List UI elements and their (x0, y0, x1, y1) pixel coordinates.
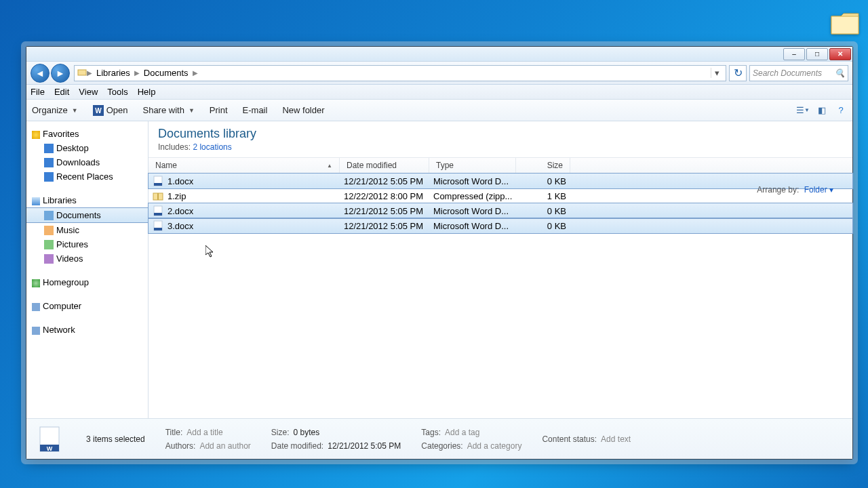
arrange-by-dropdown[interactable]: Folder ▾ (804, 185, 833, 195)
search-placeholder: Search Documents (753, 68, 822, 78)
preview-pane-button[interactable]: ◧ (816, 104, 828, 117)
menu-view[interactable]: View (79, 87, 98, 97)
svg-rect-6 (157, 193, 159, 200)
column-size[interactable]: Size (516, 158, 570, 173)
sidebar-item-music[interactable]: Music (26, 223, 148, 237)
maximize-button[interactable]: □ (806, 48, 828, 60)
address-dropdown[interactable]: ▾ (711, 68, 723, 78)
help-button[interactable]: ? (835, 104, 847, 117)
share-with-button[interactable]: Share with▼ (142, 105, 194, 115)
zip-icon (153, 190, 163, 201)
search-input[interactable]: Search Documents 🔍 (749, 65, 848, 81)
file-type: Microsoft Word D... (429, 221, 516, 231)
sidebar-favorites[interactable]: Favorites (26, 127, 148, 141)
selection-status: 3 items selected (86, 434, 145, 444)
svg-rect-8 (154, 213, 162, 216)
explorer-window: – □ ✕ ◄ ► ▶ Libraries ▶ Documents ▶ ▾ ↻ … (26, 46, 853, 460)
chevron-right-icon[interactable]: ▶ (134, 69, 140, 77)
open-button[interactable]: W Open (93, 105, 128, 116)
file-row[interactable]: 1.docx12/21/2012 5:05 PMMicrosoft Word D… (149, 174, 852, 188)
details-tags-value[interactable]: Add a tag (445, 428, 479, 437)
details-authors-value[interactable]: Add an author (199, 441, 250, 451)
docx-icon (153, 205, 163, 216)
address-bar[interactable]: ▶ Libraries ▶ Documents ▶ ▾ (74, 65, 726, 81)
nav-toolbar: ◄ ► ▶ Libraries ▶ Documents ▶ ▾ ↻ Search… (26, 62, 852, 85)
includes-link[interactable]: 2 locations (193, 142, 231, 152)
file-date: 12/21/2012 5:05 PM (340, 206, 429, 216)
breadcrumb-libraries[interactable]: Libraries (92, 68, 134, 78)
sidebar-network[interactable]: Network (26, 323, 148, 337)
svg-text:W: W (47, 445, 53, 452)
sidebar-computer[interactable]: Computer (26, 299, 148, 313)
menu-help[interactable]: Help (138, 87, 156, 97)
print-button[interactable]: Print (210, 105, 228, 115)
chevron-right-icon[interactable]: ▶ (87, 69, 92, 77)
file-row[interactable]: 3.docx12/21/2012 5:05 PMMicrosoft Word D… (149, 218, 852, 233)
desktop-folder-icon[interactable] (829, 7, 861, 39)
includes-label: Includes: (158, 142, 191, 152)
minimize-button[interactable]: – (783, 48, 805, 60)
details-title-label: Title: (165, 428, 183, 437)
details-tags-label: Tags: (421, 428, 441, 437)
sidebar-item-documents[interactable]: Documents (26, 207, 148, 223)
svg-rect-4 (154, 183, 162, 186)
file-name: 1.zip (167, 191, 340, 201)
menu-file[interactable]: File (31, 87, 45, 97)
svg-rect-10 (154, 228, 162, 230)
content-pane: Documents library Includes: 2 locations … (149, 121, 852, 418)
file-size: 0 KB (516, 176, 566, 186)
column-type[interactable]: Type (429, 158, 516, 173)
details-datemod-label: Date modified: (271, 441, 323, 451)
breadcrumb-documents[interactable]: Documents (140, 68, 193, 78)
navigation-pane: Favorites Desktop Downloads Recent Place… (26, 121, 149, 418)
sidebar-item-downloads[interactable]: Downloads (26, 155, 148, 169)
column-name[interactable]: Name▲ (149, 158, 340, 173)
sidebar-item-recent-places[interactable]: Recent Places (26, 169, 148, 184)
file-date: 12/21/2012 5:05 PM (340, 221, 429, 231)
arrange-by: Arrange by: Folder ▾ (757, 185, 833, 195)
view-options-button[interactable]: ☰▼ (797, 104, 809, 117)
sidebar-item-pictures[interactable]: Pictures (26, 237, 148, 251)
file-type: Compressed (zipp... (429, 191, 516, 201)
file-type: Microsoft Word D... (429, 206, 516, 216)
file-name: 1.docx (167, 176, 340, 186)
details-thumbnail: W (36, 424, 66, 454)
back-button[interactable]: ◄ (31, 64, 50, 83)
sidebar-item-desktop[interactable]: Desktop (26, 141, 148, 155)
file-name: 3.docx (167, 221, 340, 231)
docx-icon (153, 176, 163, 186)
menu-bar: File Edit View Tools Help (26, 85, 852, 100)
close-button[interactable]: ✕ (829, 48, 851, 60)
details-size-value: 0 bytes (294, 428, 320, 437)
word-icon: W (93, 105, 104, 116)
details-title-value[interactable]: Add a title (186, 428, 222, 437)
email-button[interactable]: E-mail (243, 105, 268, 115)
menu-edit[interactable]: Edit (54, 87, 69, 97)
file-row[interactable]: 1.zip12/22/2012 8:00 PMCompressed (zipp.… (149, 188, 852, 203)
details-pane: W 3 items selected Title:Add a title Aut… (26, 418, 852, 459)
sidebar-libraries[interactable]: Libraries (26, 193, 148, 207)
menu-tools[interactable]: Tools (107, 87, 127, 97)
details-content-status-value[interactable]: Add text (601, 434, 631, 444)
details-content-status-label: Content status: (542, 434, 597, 444)
sidebar-item-videos[interactable]: Videos (26, 251, 148, 266)
titlebar: – □ ✕ (26, 47, 852, 62)
sidebar-homegroup[interactable]: Homegroup (26, 275, 148, 289)
library-title: Documents library (158, 127, 843, 141)
new-folder-button[interactable]: New folder (282, 105, 324, 115)
file-type: Microsoft Word D... (429, 176, 516, 186)
column-headers: Name▲ Date modified Type Size (149, 157, 852, 174)
details-authors-label: Authors: (165, 441, 196, 451)
search-icon[interactable]: 🔍 (835, 68, 845, 78)
file-row[interactable]: 2.docx12/21/2012 5:05 PMMicrosoft Word D… (149, 203, 852, 218)
column-date-modified[interactable]: Date modified (340, 158, 429, 173)
docx-icon (153, 220, 163, 231)
file-size: 0 KB (516, 206, 566, 216)
chevron-right-icon[interactable]: ▶ (193, 69, 198, 77)
folder-icon (77, 67, 87, 79)
refresh-button[interactable]: ↻ (729, 65, 747, 81)
details-categories-value[interactable]: Add a category (467, 441, 522, 451)
organize-button[interactable]: Organize▼ (32, 105, 78, 115)
file-size: 0 KB (516, 221, 566, 231)
forward-button[interactable]: ► (51, 64, 70, 83)
